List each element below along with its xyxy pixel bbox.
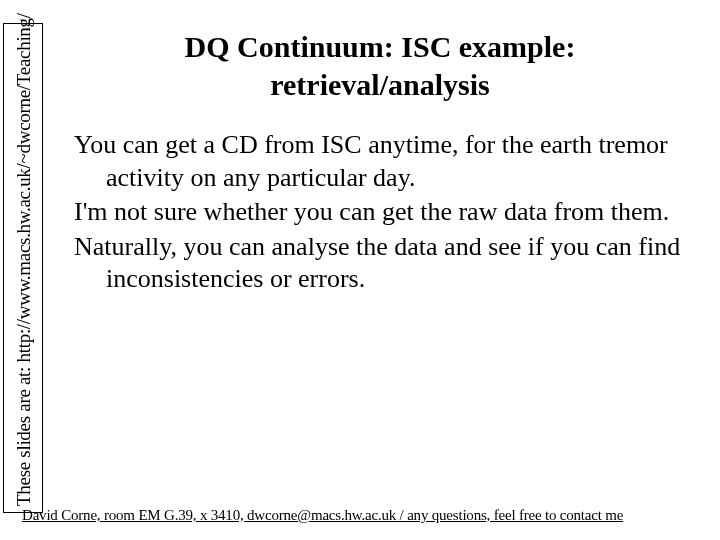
slide-title: DQ Continuum: ISC example: retrieval/ana… [74, 28, 686, 103]
slide-body: You can get a CD from ISC anytime, for t… [74, 129, 686, 296]
slide-main: DQ Continuum: ISC example: retrieval/ana… [50, 0, 710, 498]
slide: These slides are at: http://www.macs.hw.… [0, 0, 720, 540]
slide-footer: David Corne, room EM G.39, x 3410, dwcor… [22, 507, 698, 524]
body-paragraph-2: I'm not sure whether you can get the raw… [74, 196, 686, 229]
body-paragraph-1: You can get a CD from ISC anytime, for t… [74, 129, 686, 194]
body-paragraph-3: Naturally, you can analyse the data and … [74, 231, 686, 296]
side-url-note: These slides are at: http://www.macs.hw.… [3, 23, 43, 513]
